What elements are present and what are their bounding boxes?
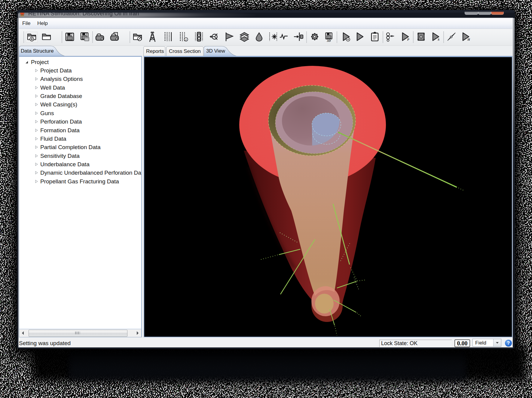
svg-text:3D: 3D <box>326 39 331 42</box>
svg-text:i: i <box>186 38 187 41</box>
svg-text:H: H <box>467 38 470 41</box>
svg-text:S: S <box>438 38 439 41</box>
svg-text:P: P <box>407 38 409 41</box>
